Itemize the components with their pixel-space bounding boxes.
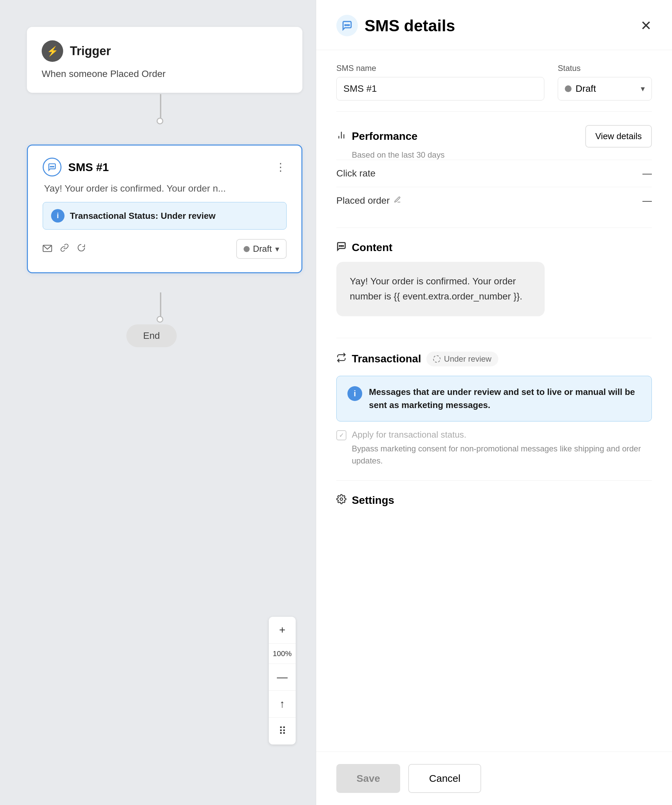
schedule-icon (77, 243, 86, 255)
draft-chevron-icon: ▾ (275, 244, 279, 254)
message-bubble: Yay! Your order is confirmed. Your order… (336, 262, 545, 316)
transactional-status-badge: i Transactional Status: Under review (43, 202, 287, 230)
panel-header: SMS details ✕ (316, 0, 672, 50)
settings-icon (336, 494, 346, 506)
zoom-out-button[interactable]: — (269, 664, 296, 691)
trigger-icon: ⚡ (42, 40, 63, 62)
sms-node-name: SMS #1 (68, 161, 109, 174)
zoom-controls: + 100% — ↑ ⠿ (269, 617, 296, 744)
apply-checkbox: ✓ (336, 430, 346, 440)
zoom-in-button[interactable]: + (269, 617, 296, 644)
click-rate-row: Click rate — (336, 159, 652, 187)
info-text: Messages that are under review and set t… (369, 386, 641, 412)
apply-main-label: Apply for transactional status. (352, 430, 652, 440)
placed-order-value: — (642, 195, 652, 206)
content-icon (336, 242, 346, 254)
panel-title: SMS details (365, 16, 455, 35)
settings-section: Settings (336, 481, 652, 513)
review-spinner-icon (433, 355, 441, 363)
svg-point-1 (51, 166, 51, 167)
apply-transactional-row: ✓ Apply for transactional status. Bypass… (336, 430, 652, 467)
panel-footer: Save Cancel (316, 752, 672, 805)
draft-dot (244, 246, 250, 252)
connector-line (160, 94, 161, 121)
transactional-title: Transactional (352, 353, 421, 365)
sms-name-label: SMS name (336, 64, 544, 73)
footer-icons (43, 243, 86, 255)
sms-node[interactable]: SMS #1 ⋮ Yay! Your order is confirmed. Y… (27, 145, 302, 273)
performance-subtitle: Based on the last 30 days (352, 150, 652, 159)
view-details-button[interactable]: View details (585, 125, 652, 148)
draft-status-button[interactable]: Draft ▾ (236, 239, 287, 259)
draft-label: Draft (253, 244, 272, 254)
cancel-button[interactable]: Cancel (408, 764, 481, 793)
fit-view-button[interactable]: ↑ (269, 691, 296, 718)
content-title: Content (352, 242, 392, 254)
transactional-icon (336, 353, 346, 365)
connector-line-2 (160, 292, 161, 319)
link-icon (60, 243, 69, 255)
sms-preview-text: Yay! Your order is confirmed. Your order… (43, 183, 287, 194)
svg-point-12 (343, 246, 344, 247)
form-row: SMS name Status Draft ▾ (336, 50, 652, 112)
status-value: Draft (575, 83, 596, 94)
close-button[interactable]: ✕ (641, 19, 652, 32)
save-button: Save (336, 764, 400, 793)
sms-name-group: SMS name (336, 64, 544, 100)
content-section: Content Yay! Your order is confirmed. Yo… (336, 228, 652, 338)
connector-dot (157, 118, 163, 124)
trigger-node[interactable]: ⚡ Trigger When someone Placed Order (27, 27, 302, 93)
status-group: Status Draft ▾ (558, 64, 652, 100)
svg-point-11 (339, 246, 340, 247)
status-dot-icon (565, 85, 572, 92)
end-node: End (126, 324, 177, 347)
workflow-canvas: ⚡ Trigger When someone Placed Order SMS … (0, 0, 316, 805)
svg-point-0 (52, 166, 52, 167)
svg-point-5 (345, 25, 346, 26)
status-label: Status (558, 64, 652, 73)
panel-title-icon (336, 15, 358, 36)
performance-icon (336, 130, 346, 143)
email-icon (43, 244, 52, 255)
placed-order-edit-icon[interactable] (394, 196, 401, 205)
svg-point-2 (53, 166, 54, 167)
click-rate-label: Click rate (336, 168, 375, 179)
sms-details-panel: SMS details ✕ SMS name Status Draft ▾ (316, 0, 672, 805)
svg-point-10 (341, 246, 342, 247)
badge-text: Transactional Status: Under review (70, 211, 215, 221)
placed-order-label: Placed order (336, 195, 401, 206)
grid-button[interactable]: ⠿ (269, 718, 296, 744)
under-review-badge: Under review (426, 352, 498, 366)
panel-body: SMS name Status Draft ▾ (316, 50, 672, 752)
click-rate-value: — (642, 168, 652, 179)
performance-title: Performance (352, 130, 418, 143)
apply-sub-label: Bypass marketing consent for non-promoti… (352, 443, 652, 467)
transactional-section: Transactional Under review i Messages th… (336, 338, 652, 481)
svg-point-6 (348, 25, 349, 26)
trigger-title: Trigger (70, 44, 111, 58)
info-icon: i (347, 386, 362, 401)
svg-point-13 (340, 498, 343, 501)
status-chevron-icon: ▾ (641, 84, 645, 94)
zoom-level: 100% (269, 644, 296, 664)
sms-name-input[interactable] (336, 77, 544, 100)
transactional-info-banner: i Messages that are under review and set… (336, 376, 652, 422)
trigger-subtitle: When someone Placed Order (42, 69, 288, 79)
connector-dot-2 (157, 316, 163, 323)
status-select[interactable]: Draft ▾ (558, 77, 652, 100)
sms-node-icon (43, 158, 61, 176)
placed-order-row: Placed order — (336, 187, 652, 214)
under-review-label: Under review (444, 354, 491, 364)
svg-point-4 (347, 25, 348, 26)
sms-node-menu-button[interactable]: ⋮ (275, 161, 287, 173)
badge-info-icon: i (51, 209, 64, 222)
settings-title: Settings (352, 494, 394, 506)
performance-section: Performance View details Based on the la… (336, 112, 652, 228)
